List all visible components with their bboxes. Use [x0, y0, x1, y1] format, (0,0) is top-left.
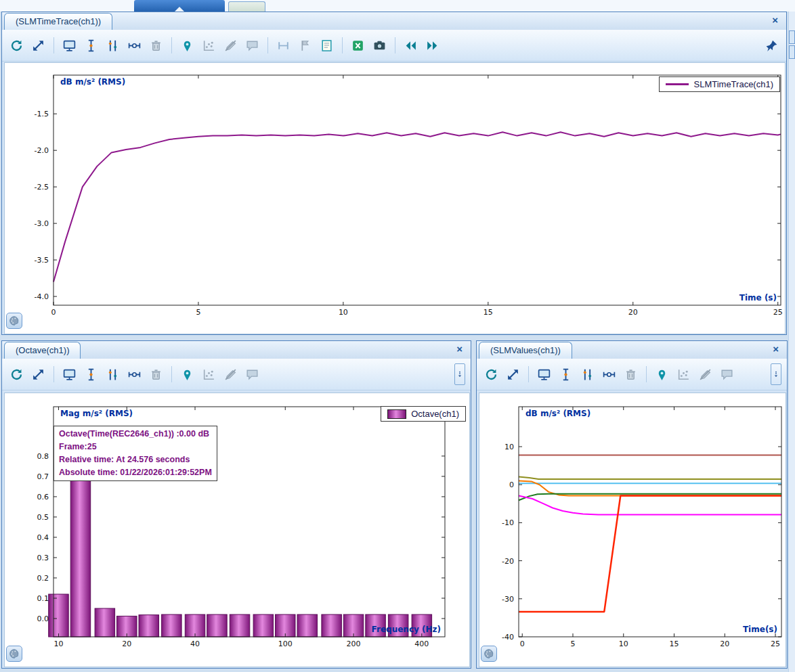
svg-text:10: 10 — [339, 308, 348, 317]
toolbar-divider — [342, 37, 343, 53]
toolbar-divider — [646, 366, 647, 382]
toolbar — [477, 359, 787, 390]
active-tab-notch-icon — [175, 7, 184, 12]
flag-icon[interactable] — [296, 37, 314, 55]
svg-text:15: 15 — [670, 640, 679, 648]
svg-text:-3.5: -3.5 — [35, 256, 49, 265]
svg-text:10: 10 — [504, 443, 514, 451]
top-tab-active[interactable] — [134, 0, 225, 12]
display-icon[interactable] — [535, 365, 553, 384]
rewind-icon[interactable] — [402, 37, 420, 55]
toolbar — [2, 359, 471, 390]
svg-text:10: 10 — [53, 640, 63, 648]
trash-icon[interactable] — [147, 365, 165, 384]
svg-text:Time(s): Time(s) — [743, 625, 777, 634]
expand-icon[interactable] — [29, 365, 47, 384]
scroll-button-bottom[interactable] — [789, 45, 795, 59]
sliders-icon[interactable] — [104, 37, 122, 55]
svg-text:0.1: 0.1 — [37, 594, 49, 603]
tab-slm-values[interactable]: (SLMValues(ch1)) — [479, 342, 572, 359]
comment-icon[interactable] — [243, 37, 261, 55]
more-options-button[interactable] — [454, 363, 465, 385]
close-icon[interactable]: × — [773, 343, 779, 355]
more-options-button[interactable] — [771, 363, 781, 385]
display-icon[interactable] — [60, 365, 79, 384]
svg-text:0.4: 0.4 — [37, 533, 49, 542]
toolbar-tools — [482, 365, 736, 384]
pin-marker-icon[interactable] — [653, 365, 671, 384]
scatter-icon[interactable] — [674, 365, 693, 384]
top-tab-strip — [0, 0, 795, 12]
hcursor-icon[interactable] — [125, 37, 144, 55]
toolbar-divider — [528, 366, 529, 382]
svg-text:-2.5: -2.5 — [35, 183, 49, 192]
palette-button[interactable] — [6, 646, 22, 662]
panel-slm-time-trace: (SLMTimeTrace(ch1)) × 0510152025-1.5-2.0… — [1, 12, 787, 335]
pen-off-icon[interactable] — [221, 37, 240, 55]
toolbar-tools — [7, 365, 261, 384]
svg-text:200: 200 — [347, 640, 361, 648]
note-icon[interactable] — [318, 37, 336, 55]
comment-icon[interactable] — [243, 365, 261, 384]
svg-text:15: 15 — [484, 308, 493, 317]
vertical-scrollbar[interactable] — [788, 12, 795, 672]
cursor-icon[interactable] — [82, 37, 100, 55]
pen-off-icon[interactable] — [221, 365, 240, 384]
svg-text:0.2: 0.2 — [37, 574, 49, 583]
time-trace-chart[interactable]: 0510152025-1.5-2.0-2.5-3.0-3.5-4.0dB m/s… — [4, 62, 786, 334]
palette-button[interactable] — [6, 313, 22, 329]
display-icon[interactable] — [60, 37, 79, 55]
comment-icon[interactable] — [718, 365, 736, 384]
pen-off-icon[interactable] — [696, 365, 714, 384]
pin-marker-icon[interactable] — [178, 37, 196, 55]
svg-text:-10: -10 — [502, 518, 514, 527]
svg-text:0: 0 — [520, 640, 525, 648]
hcursor-icon[interactable] — [600, 365, 618, 384]
svg-text:0: 0 — [51, 308, 56, 317]
scroll-button-top[interactable] — [789, 30, 795, 44]
svg-text:-20: -20 — [502, 557, 514, 566]
top-tab-secondary[interactable] — [228, 1, 265, 12]
panel-header: (SLMTimeTrace(ch1)) × — [2, 12, 786, 30]
svg-text:5: 5 — [570, 640, 575, 648]
toolbar-tools — [7, 37, 442, 55]
slm-values-chart[interactable]: 0510152025100-10-20-30-40dB m/s² (RMS)Ti… — [479, 393, 786, 667]
close-icon[interactable]: × — [772, 14, 778, 26]
trash-icon[interactable] — [622, 365, 640, 384]
range-icon[interactable] — [274, 37, 293, 55]
cursor-icon[interactable] — [82, 365, 100, 384]
refresh-icon[interactable] — [7, 365, 26, 384]
cursor-icon[interactable] — [557, 365, 575, 384]
svg-text:dB m/s² (RMS): dB m/s² (RMS) — [60, 77, 125, 87]
toolbar-divider — [267, 37, 268, 53]
tooltip-line: Octave(Time(REC2646_ch1)) :0.00 dB — [59, 428, 212, 441]
palette-button[interactable] — [481, 646, 497, 662]
expand-icon[interactable] — [29, 37, 47, 55]
close-icon[interactable]: × — [456, 343, 463, 355]
excel-icon[interactable] — [349, 37, 367, 55]
hcursor-icon[interactable] — [125, 365, 144, 384]
expand-icon[interactable] — [504, 365, 522, 384]
trash-icon[interactable] — [147, 37, 165, 55]
toolbar — [2, 30, 786, 62]
scatter-icon[interactable] — [200, 365, 218, 384]
svg-text:0.8: 0.8 — [37, 452, 49, 461]
camera-icon[interactable] — [370, 37, 389, 55]
forward-icon[interactable] — [423, 37, 442, 55]
tab-octave[interactable]: (Octave(ch1)) — [4, 342, 81, 359]
tab-slm-time-trace[interactable]: (SLMTimeTrace(ch1)) — [4, 13, 112, 30]
sliders-icon[interactable] — [578, 365, 597, 384]
refresh-icon[interactable] — [482, 365, 500, 384]
sliders-icon[interactable] — [104, 365, 122, 384]
svg-text:10: 10 — [619, 640, 628, 648]
svg-text:Frequency (Hz): Frequency (Hz) — [372, 625, 441, 634]
toolbar-divider — [53, 37, 54, 53]
panel-header: (SLMValues(ch1)) × — [477, 341, 787, 359]
legend-label: Octave(ch1) — [411, 409, 459, 419]
svg-text:-2.0: -2.0 — [35, 146, 49, 155]
scatter-icon[interactable] — [200, 37, 218, 55]
refresh-icon[interactable] — [7, 37, 26, 55]
pushpin-icon[interactable] — [762, 37, 781, 55]
svg-text:5: 5 — [196, 308, 200, 317]
pin-marker-icon[interactable] — [178, 365, 196, 384]
